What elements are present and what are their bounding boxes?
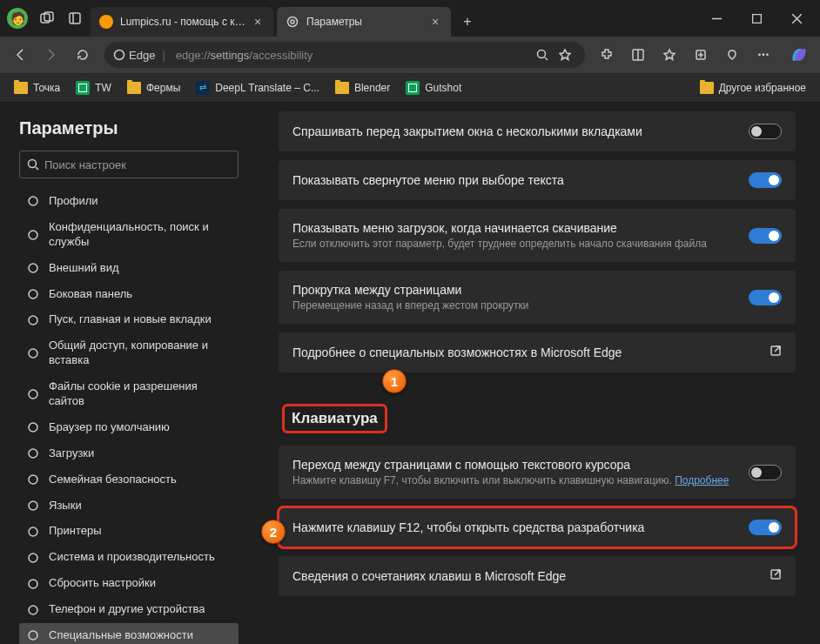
sidebar-item[interactable]: Телефон и другие устройства [19,597,239,622]
sidebar-item[interactable]: Пуск, главная и новые вкладки [19,307,239,332]
nav-item-icon [26,387,40,401]
nav-item-label: Специальные возможности [49,628,193,643]
search-placeholder: Поиск настроек [44,158,126,171]
favorites-icon[interactable] [655,40,684,70]
nav-item-icon [26,228,40,242]
sidebar-item[interactable]: Семейная безопасность [19,467,239,493]
sidebar-item[interactable]: Загрузки [19,441,239,466]
bookmark-folder[interactable]: Точка [7,78,67,97]
sidebar-item[interactable]: Принтеры [19,519,239,544]
svg-point-31 [29,527,37,536]
setting-caret-browsing[interactable]: Переход между страницами с помощью текст… [279,446,796,499]
settings-main: Спрашивать перед закрытием окна с нескол… [251,103,820,644]
sidebar-item[interactable]: Внешний вид [19,256,239,281]
svg-rect-7 [752,14,761,23]
search-icon[interactable] [531,49,554,61]
nav-item-label: Сбросить настройки [49,576,156,591]
svg-point-20 [29,197,37,205]
window-controls [696,0,817,37]
sidebar-item[interactable]: Браузер по умолчанию [19,415,239,440]
external-link-icon [770,568,782,584]
other-bookmarks[interactable]: Другое избранное [693,78,813,97]
profile-avatar[interactable]: 🧑 [7,8,28,29]
svg-point-25 [29,349,37,358]
sidebar-item[interactable]: Конфиденциальность, поиск и службы [19,215,239,255]
setting-download-menu[interactable]: Показывать меню загрузок, когда начинает… [279,209,796,262]
site-identity[interactable]: Edge | [113,49,169,62]
sidebar-item[interactable]: Боковая панель [19,282,239,307]
svg-point-5 [288,17,298,27]
new-tab-button[interactable]: + [454,14,481,30]
search-input[interactable]: Поиск настроек [19,151,239,178]
copilot-icon[interactable] [783,39,815,70]
accessibility-learn-more[interactable]: Подробнее о специальных возможностях в M… [279,332,796,372]
nav-item-label: Принтеры [49,524,102,539]
split-screen-icon[interactable] [623,40,653,70]
maximize-button[interactable] [736,0,776,37]
setting-swipe-pages[interactable]: Прокрутка между страницами Перемещение н… [279,271,796,324]
refresh-button[interactable] [68,40,97,70]
sidebar-item[interactable]: Общий доступ, копирование и вставка [19,333,239,373]
sidebar-item[interactable]: Система и производительность [19,545,239,570]
setting-ask-before-closing[interactable]: Спрашивать перед закрытием окна с нескол… [279,111,796,151]
sidebar-item[interactable]: Специальные возможности [19,623,239,644]
nav-item-icon [26,499,40,513]
forward-button[interactable] [37,40,66,70]
toggle-switch[interactable] [749,465,782,480]
sidebar-item[interactable]: Файлы cookie и разрешения сайтов [19,374,239,414]
svg-point-11 [538,50,546,58]
nav-item-icon [26,194,40,208]
toggle-switch[interactable] [749,124,782,139]
address-bar[interactable]: Edge | edge://settings/accessibility [104,42,585,68]
bookmark-folder[interactable]: Фермы [120,78,187,97]
browser-tab-2[interactable]: Параметры × [277,7,451,37]
nav-item-label: Языки [49,499,82,513]
svg-point-26 [29,390,37,399]
learn-more-link[interactable]: Подробнее [675,474,729,486]
nav-item-icon [26,261,40,275]
close-icon[interactable]: × [251,15,265,29]
bookmark-item[interactable]: ⇄DeepL Translate – C... [189,77,326,98]
folder-icon [700,82,714,94]
minimize-button[interactable] [696,0,736,37]
svg-point-32 [29,553,37,562]
setting-mini-menu[interactable]: Показывать свернутое меню при выборе тек… [279,160,796,200]
extensions-icon[interactable] [592,40,622,70]
browser-tab-1[interactable]: Lumpics.ru - помощь с компьют × [91,7,273,37]
nav-item-icon [26,551,40,565]
svg-point-29 [29,475,37,484]
url-text: edge://settings/accessibility [176,49,531,62]
toggle-switch[interactable] [749,172,782,188]
settings-sidebar: Параметры Поиск настроек ПрофилиКонфиден… [0,103,251,644]
sidebar-item[interactable]: Профили [19,189,239,214]
nav-item-label: Семейная безопасность [49,473,177,487]
bookmark-item[interactable]: TW [69,77,118,98]
nav-item-icon [26,287,40,301]
svg-point-21 [29,231,37,239]
section-keyboard-title: Клавиатура [282,404,387,433]
bookmark-item[interactable]: Gutshot [399,77,468,98]
bookmark-folder[interactable]: Blender [328,78,397,97]
workspaces-icon[interactable] [35,6,59,30]
toggle-switch[interactable] [749,290,782,305]
favorite-icon[interactable] [554,49,576,61]
setting-f12-devtools[interactable]: Нажмите клавишу F12, чтобы открыть средс… [279,507,796,547]
nav-item-icon [26,446,40,460]
svg-line-12 [545,57,548,60]
toggle-switch[interactable] [749,520,782,535]
close-window-button[interactable] [776,0,817,37]
browser-essentials-icon[interactable] [717,40,747,70]
sidebar-item[interactable]: Языки [19,493,239,519]
sidebar-item[interactable]: Сбросить настройки [19,571,239,596]
back-button[interactable] [5,40,35,70]
close-icon[interactable]: × [428,15,442,29]
annotation-2: 2 [261,520,286,544]
vertical-tabs-icon[interactable] [63,6,87,30]
keyboard-shortcuts-info[interactable]: Сведения о сочетаниях клавиш в Microsoft… [279,556,796,596]
svg-point-27 [29,423,37,432]
toggle-switch[interactable] [749,228,782,244]
settings-icon [286,15,299,29]
collections-icon[interactable] [686,40,716,70]
more-menu-icon[interactable]: ··· [749,40,778,70]
nav-item-icon [26,420,40,434]
